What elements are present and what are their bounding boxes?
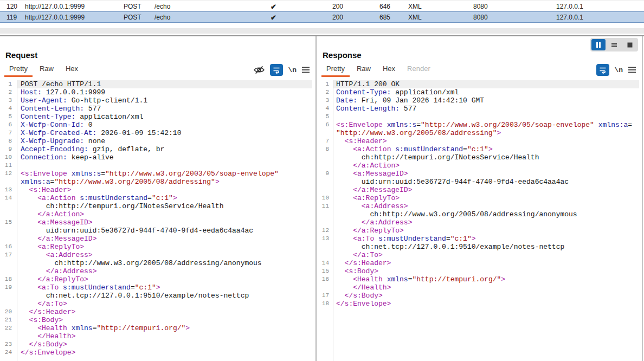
request-toolbar: \n <box>253 63 310 76</box>
code-line: 1HTTP/1.1 200 OK <box>317 80 639 88</box>
tab-hex[interactable]: Hex <box>60 62 84 77</box>
line-number <box>317 162 333 170</box>
hide-items-icon[interactable] <box>253 64 265 76</box>
code-text: <s:Envelope xmlns:s="http://www.w3.org/2… <box>17 170 312 178</box>
line-number: 1 <box>317 80 333 88</box>
code-text: Content-Type: application/xml <box>17 113 312 121</box>
line-number <box>0 202 17 210</box>
code-text: </a:Action> <box>17 210 312 218</box>
row-ip: 127.0.0.1 <box>556 3 583 10</box>
word-wrap-icon[interactable] <box>270 64 283 76</box>
code-text: </a:ReplyTo> <box>333 227 639 235</box>
line-number: 5 <box>317 113 333 121</box>
line-number: 17 <box>0 251 17 259</box>
code-line: ch:http://tempuri.org/INotesService/Heal… <box>0 202 312 210</box>
line-number: 1 <box>0 80 17 88</box>
code-line: </a:To> <box>0 300 312 308</box>
code-line: 4Content-Length: 577 <box>317 105 639 113</box>
columns-layout-button[interactable] <box>591 39 606 50</box>
single-layout-button[interactable] <box>623 39 637 50</box>
code-text: <s:Body> <box>17 316 312 324</box>
code-text: </a:ReplyTo> <box>17 275 312 283</box>
line-number <box>0 300 17 308</box>
line-number <box>0 210 17 218</box>
code-text <box>333 113 639 121</box>
response-panel-title: Response <box>323 50 362 60</box>
code-line: 16 <a:ReplyTo> <box>0 243 312 251</box>
code-text: HTTP/1.1 200 OK <box>333 80 639 88</box>
row-host: http://127.0.0.1:9999 <box>25 3 85 10</box>
code-text: </a:To> <box>17 300 312 308</box>
line-number: 2 <box>0 88 17 96</box>
line-number: 12 <box>317 227 333 235</box>
line-number: 19 <box>0 283 17 292</box>
code-text: <a:MessageID> <box>333 170 639 178</box>
line-number: 5 <box>0 113 17 121</box>
code-text: </a:To> <box>333 251 639 259</box>
tab-raw[interactable]: Raw <box>34 62 60 77</box>
request-tabs: Pretty Raw Hex <box>3 62 84 77</box>
code-text: <s:Envelope xmlns:s="http://www.w3.org/2… <box>333 121 639 129</box>
menu-icon[interactable] <box>301 66 310 74</box>
line-number <box>317 218 333 227</box>
line-number: 14 <box>0 194 17 202</box>
code-line: 21 <s:Body> <box>0 316 312 324</box>
line-number <box>317 178 333 186</box>
table-row-selected[interactable]: 119 http://127.0.0.1:9999 POST /echo ✔ 2… <box>0 11 644 23</box>
tab-raw[interactable]: Raw <box>351 62 377 77</box>
show-newlines-icon[interactable]: \n <box>288 66 297 74</box>
code-line: 15 <s:Body> <box>317 267 639 275</box>
code-text: xmlns:a="http://www.w3.org/2005/08/addre… <box>17 178 312 186</box>
code-line: 13 <a:To s:mustUnderstand="c:1"> <box>317 235 639 243</box>
code-line: 24</s:Envelope> <box>0 349 312 357</box>
line-number: 9 <box>0 145 17 153</box>
code-line: 11 <box>0 162 312 170</box>
response-editor[interactable]: 1HTTP/1.1 200 OK2Content-Type: applicati… <box>317 80 639 361</box>
word-wrap-icon[interactable] <box>596 64 609 76</box>
show-newlines-icon[interactable]: \n <box>614 66 623 74</box>
code-text: <Health xmlns="http://tempuri.org/"> <box>17 324 312 332</box>
line-number <box>0 259 17 267</box>
code-text: Content-Length: 577 <box>17 105 312 113</box>
line-number: 4 <box>0 105 17 113</box>
code-text: <s:Header> <box>333 137 639 145</box>
row-id: 119 <box>7 14 17 21</box>
tab-pretty[interactable]: Pretty <box>320 62 351 77</box>
line-number: 4 <box>317 105 333 113</box>
code-line: 9 <a:MessageID> <box>317 170 639 178</box>
code-text: X-Wcfp-Created-At: 2026-01-09 15:42:10 <box>17 129 312 137</box>
line-number: 6 <box>0 121 17 129</box>
code-text: ch:http://tempuri.org/INotesService/Heal… <box>333 153 639 162</box>
line-number: 20 <box>0 308 17 316</box>
response-tabs: Pretty Raw Hex Render <box>320 62 436 77</box>
line-number: 16 <box>0 243 17 251</box>
code-line: ch:http://www.w3.org/2005/08/addressing/… <box>0 259 312 267</box>
line-number: 11 <box>317 202 333 210</box>
tab-hex[interactable]: Hex <box>377 62 401 77</box>
code-text: <a:To s:mustUnderstand="c:1"> <box>17 283 312 292</box>
line-number <box>317 210 333 218</box>
row-mime-type: XML <box>408 14 422 21</box>
code-line: 1POST /echo HTTP/1.1 <box>0 80 312 88</box>
rows-layout-button[interactable] <box>607 39 621 50</box>
line-number: 14 <box>317 259 333 267</box>
code-text: </a:MessageID> <box>17 235 312 243</box>
vertical-splitter[interactable] <box>315 36 317 361</box>
line-number: 24 <box>0 349 17 357</box>
line-number: 6 <box>317 121 333 129</box>
code-line: "http://www.w3.org/2005/08/addressing"> <box>317 129 639 137</box>
row-path: /echo <box>154 3 170 10</box>
table-row[interactable]: 120 http://127.0.0.1:9999 POST /echo ✔ 2… <box>0 1 644 11</box>
code-line: 14 <a:Action s:mustUnderstand="c:1"> <box>0 194 312 202</box>
request-editor[interactable]: 1POST /echo HTTP/1.12Host: 127.0.0.1:999… <box>0 80 312 361</box>
code-line: 5Content-Type: application/xml <box>0 113 312 121</box>
tab-pretty[interactable]: Pretty <box>3 62 34 77</box>
row-port: 8080 <box>473 3 488 10</box>
menu-icon[interactable] <box>628 66 636 74</box>
code-text: </s:Envelope> <box>17 349 312 357</box>
response-toolbar: \n <box>596 63 636 76</box>
code-text: ch:net.tcp://127.0.0.1:9510/example/note… <box>333 243 639 251</box>
line-number: 22 <box>0 324 17 332</box>
response-panel: Response Pretty Raw Hex Render \n 1HTTP/… <box>317 36 642 361</box>
code-line: ch:http://tempuri.org/INotesService/Heal… <box>317 153 639 162</box>
